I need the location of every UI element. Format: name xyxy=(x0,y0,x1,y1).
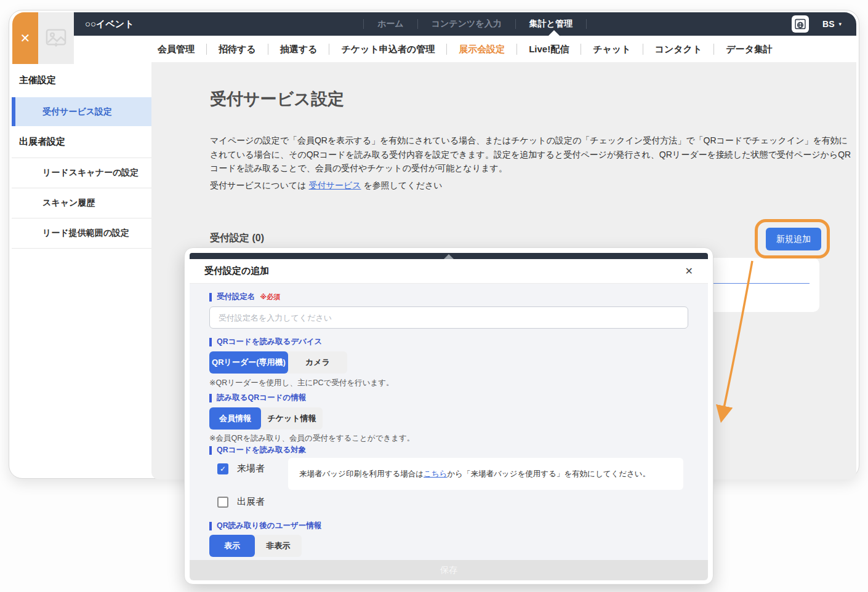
page-title: 受付サービス設定 xyxy=(210,88,344,110)
label-bar xyxy=(209,293,212,302)
subnav-item-exhibition-settings[interactable]: 展示会設定 xyxy=(447,44,516,55)
visitor-label: 来場者 xyxy=(237,463,265,474)
option-show[interactable]: 表示 xyxy=(209,535,255,557)
language-button[interactable] xyxy=(792,15,809,33)
modal-header: 受付設定の追加 ✕ xyxy=(190,259,708,284)
overlay-close-button[interactable]: ✕ xyxy=(12,12,38,64)
label-bar xyxy=(209,338,212,346)
visitor-badge-note: 来場者バッジ印刷を利用する場合は こちら から「来場者バッジを使用する」を有効に… xyxy=(288,458,683,490)
topnav-item-home[interactable]: ホーム xyxy=(364,18,417,30)
visitor-checkbox[interactable]: ✓ xyxy=(217,463,228,474)
exhibitor-checkbox[interactable] xyxy=(217,497,228,508)
reception-settings-count: 受付設定 (0) xyxy=(210,232,264,245)
qr-device-segmented-control: QRリーダー(専用機) カメラ xyxy=(209,351,347,374)
option-qr-reader-dedicated[interactable]: QRリーダー(専用機) xyxy=(209,351,288,374)
exhibitor-label: 出展者 xyxy=(237,496,265,508)
qr-info-segmented-control: 会員情報 チケット情報 xyxy=(209,407,323,430)
subnav-item-contact[interactable]: コンタクト xyxy=(643,44,714,55)
option-hide[interactable]: 非表示 xyxy=(255,535,302,557)
reference-prefix: 受付サービスについては xyxy=(210,180,309,190)
event-name: ○○イベント xyxy=(74,18,134,30)
qr-info-note: ※会員QRを読み取り、会員の受付をすることができます。 xyxy=(209,433,414,444)
exhibitor-checkbox-row: 出展者 xyxy=(217,496,265,508)
top-navigation-bar: ○○イベント ホーム コンテンツを入力 集計と管理 xyxy=(74,12,856,36)
field-label-user-info-after-scan: QR読み取り後のユーザー情報 xyxy=(209,521,321,531)
close-icon[interactable]: ✕ xyxy=(685,265,693,277)
subnav-item-ticket-applicants[interactable]: チケット申込者の管理 xyxy=(329,44,446,55)
topnav-item-content-input[interactable]: コンテンツを入力 xyxy=(418,18,515,30)
active-tab-caret xyxy=(549,30,560,36)
label-bar xyxy=(209,522,212,530)
account-initials: BS xyxy=(822,19,834,29)
settings-sidebar: 主催設定 受付サービス設定 出展者設定 リードスキャナーの設定 スキャン履歴 リ… xyxy=(12,63,151,249)
event-logo-placeholder xyxy=(38,12,74,64)
topnav-item-aggregation-management[interactable]: 集計と管理 xyxy=(516,18,586,30)
qr-device-note: ※QRリーダーを使用し、主にPCで受付を行います。 xyxy=(209,378,394,388)
option-camera[interactable]: カメラ xyxy=(288,351,347,374)
reception-service-link[interactable]: 受付サービス xyxy=(309,180,361,190)
label-text: 読み取るQRコードの情報 xyxy=(217,393,306,403)
field-label-qr-target: QRコードを読み取る対象 xyxy=(209,445,306,455)
sidebar-header-exhibitor-settings: 出展者設定 xyxy=(12,126,151,158)
required-badge: ※必須 xyxy=(260,292,281,302)
field-label-reception-name: 受付設定名 ※必須 xyxy=(209,292,280,302)
modal-top-strip xyxy=(190,253,708,259)
user-info-segmented-control: 表示 非表示 xyxy=(209,535,302,557)
image-placeholder-icon xyxy=(44,26,68,50)
label-text: QR読み取り後のユーザー情報 xyxy=(217,521,321,531)
browser-globe-icon xyxy=(794,18,806,30)
chevron-down-icon: ▾ xyxy=(838,21,842,27)
add-reception-setting-modal: 受付設定の追加 ✕ 受付設定名 ※必須 QRコードを読み取るデバイス QRリーダ… xyxy=(184,247,713,585)
subnav-item-chat[interactable]: チャット xyxy=(581,44,642,55)
reference-line: 受付サービスについては 受付サービス を参照してください xyxy=(210,180,443,191)
subnav-item-lottery[interactable]: 抽選する xyxy=(268,44,329,55)
field-label-qr-device: QRコードを読み取るデバイス xyxy=(209,337,322,347)
check-icon: ✓ xyxy=(220,465,226,473)
label-text: QRコードを読み取るデバイス xyxy=(217,337,322,347)
field-label-qr-info: 読み取るQRコードの情報 xyxy=(209,393,306,403)
note-prefix: 来場者バッジ印刷を利用する場合は xyxy=(299,469,424,479)
close-icon: ✕ xyxy=(20,31,31,46)
sidebar-item-scan-history[interactable]: スキャン履歴 xyxy=(12,188,151,218)
modal-body: 受付設定名 ※必須 QRコードを読み取るデバイス QRリーダー(専用機) カメラ… xyxy=(190,284,708,560)
label-text: QRコードを読み取る対象 xyxy=(217,445,306,455)
strip-caret-icon xyxy=(444,254,454,259)
sidebar-item-lead-scanner-settings[interactable]: リードスキャナーの設定 xyxy=(12,158,151,188)
label-bar xyxy=(209,394,212,402)
option-member-info[interactable]: 会員情報 xyxy=(209,407,261,430)
subnav-item-member-management[interactable]: 会員管理 xyxy=(146,44,206,55)
secondary-navigation: 会員管理 招待する 抽選する チケット申込者の管理 展示会設定 Live!配信 … xyxy=(74,36,856,63)
note-suffix: から「来場者バッジを使用する」を有効にしてください。 xyxy=(447,469,650,479)
subnav-item-live-streaming[interactable]: Live!配信 xyxy=(517,44,581,55)
page: ✕ ○○イベント ホーム コンテンツを入力 集計と管理 xyxy=(0,0,868,592)
subnav-item-invite[interactable]: 招待する xyxy=(207,44,268,55)
sidebar-item-reception-service-settings[interactable]: 受付サービス設定 xyxy=(12,97,151,126)
label-bar xyxy=(209,446,212,455)
sidebar-header-organizer-settings: 主催設定 xyxy=(12,63,151,97)
badge-settings-link[interactable]: こちら xyxy=(424,469,447,479)
sidebar-item-lead-scope-settings[interactable]: リード提供範囲の設定 xyxy=(12,218,151,249)
reception-name-input[interactable] xyxy=(209,306,688,329)
label-text: 受付設定名 xyxy=(217,292,255,302)
save-button[interactable]: 保存 xyxy=(440,565,457,576)
page-description: マイページの設定で「会員QRを表示する」を有効にされている場合、またはチケットの… xyxy=(210,134,854,175)
modal-title: 受付設定の追加 xyxy=(204,265,269,277)
account-menu[interactable]: BS ▾ xyxy=(822,19,842,29)
visitor-checkbox-row: ✓ 来場者 xyxy=(217,463,265,474)
option-ticket-info[interactable]: チケット情報 xyxy=(261,407,323,430)
divider xyxy=(586,19,587,29)
add-new-button[interactable]: 新規追加 xyxy=(766,228,821,250)
topbar-right-cluster: BS ▾ xyxy=(792,12,842,36)
modal-footer: 保存 xyxy=(190,560,708,580)
subnav-item-data-aggregation[interactable]: データ集計 xyxy=(714,44,784,55)
reference-suffix: を参照してください xyxy=(361,180,443,190)
